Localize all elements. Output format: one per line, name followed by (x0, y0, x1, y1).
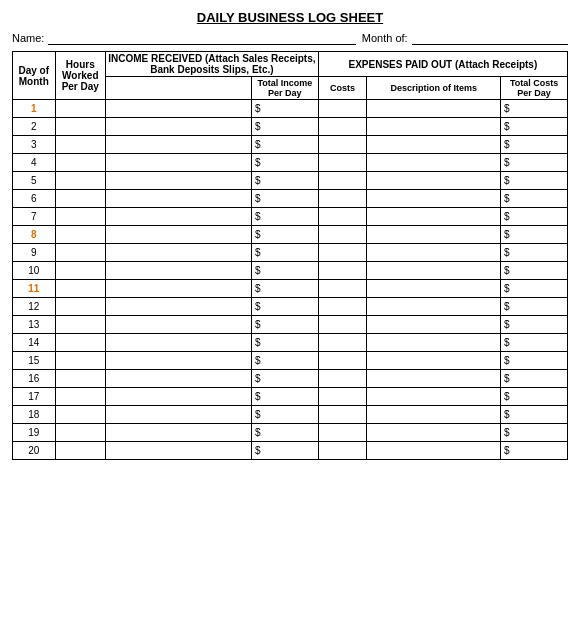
costs-cell (318, 262, 367, 280)
table-row: 16 $ $ (13, 370, 568, 388)
costs-cell (318, 370, 367, 388)
total-costs-cell: $ (501, 298, 568, 316)
hours-cell (55, 280, 105, 298)
day-cell: 20 (13, 442, 56, 460)
costs-cell (318, 388, 367, 406)
hours-cell (55, 190, 105, 208)
table-row: 19 $ $ (13, 424, 568, 442)
hours-cell (55, 136, 105, 154)
income-cell (106, 190, 252, 208)
description-cell (367, 154, 501, 172)
table-row: 12 $ $ (13, 298, 568, 316)
costs-cell (318, 334, 367, 352)
total-costs-cell: $ (501, 442, 568, 460)
income-cell (106, 136, 252, 154)
description-cell (367, 370, 501, 388)
day-cell: 17 (13, 388, 56, 406)
income-cell (106, 226, 252, 244)
col-header-day: Day of Month (13, 52, 56, 100)
total-income-cell: $ (251, 334, 318, 352)
total-income-cell: $ (251, 442, 318, 460)
income-cell (106, 352, 252, 370)
col-subheader-costs: Costs (318, 77, 367, 100)
hours-cell (55, 100, 105, 118)
day-cell: 9 (13, 244, 56, 262)
day-cell: 10 (13, 262, 56, 280)
costs-cell (318, 100, 367, 118)
description-cell (367, 406, 501, 424)
hours-cell (55, 370, 105, 388)
total-income-cell: $ (251, 154, 318, 172)
total-income-cell: $ (251, 244, 318, 262)
table-row: 20 $ $ (13, 442, 568, 460)
table-row: 1 $ $ (13, 100, 568, 118)
hours-cell (55, 352, 105, 370)
table-row: 6 $ $ (13, 190, 568, 208)
day-cell: 7 (13, 208, 56, 226)
description-cell (367, 316, 501, 334)
total-income-cell: $ (251, 406, 318, 424)
hours-cell (55, 316, 105, 334)
description-cell (367, 442, 501, 460)
col-subheader-total-costs: Total Costs Per Day (501, 77, 568, 100)
income-cell (106, 262, 252, 280)
costs-cell (318, 136, 367, 154)
total-costs-cell: $ (501, 190, 568, 208)
day-cell: 19 (13, 424, 56, 442)
day-cell: 4 (13, 154, 56, 172)
page-title: DAILY BUSINESS LOG SHEET (12, 10, 568, 25)
table-row: 9 $ $ (13, 244, 568, 262)
total-income-cell: $ (251, 190, 318, 208)
total-costs-cell: $ (501, 226, 568, 244)
table-row: 7 $ $ (13, 208, 568, 226)
month-input-line (412, 31, 568, 45)
description-cell (367, 118, 501, 136)
description-cell (367, 262, 501, 280)
costs-cell (318, 172, 367, 190)
total-costs-cell: $ (501, 244, 568, 262)
description-cell (367, 334, 501, 352)
day-cell: 12 (13, 298, 56, 316)
income-cell (106, 424, 252, 442)
day-cell: 15 (13, 352, 56, 370)
income-cell (106, 280, 252, 298)
total-income-cell: $ (251, 352, 318, 370)
day-cell: 13 (13, 316, 56, 334)
day-cell: 18 (13, 406, 56, 424)
total-costs-cell: $ (501, 388, 568, 406)
hours-cell (55, 298, 105, 316)
table-row: 15 $ $ (13, 352, 568, 370)
total-costs-cell: $ (501, 424, 568, 442)
income-cell (106, 154, 252, 172)
total-income-cell: $ (251, 136, 318, 154)
hours-cell (55, 154, 105, 172)
name-label: Name: (12, 32, 44, 44)
col-subheader-description: Description of Items (367, 77, 501, 100)
description-cell (367, 100, 501, 118)
day-cell: 5 (13, 172, 56, 190)
costs-cell (318, 190, 367, 208)
table-row: 11 $ $ (13, 280, 568, 298)
total-income-cell: $ (251, 316, 318, 334)
day-cell: 1 (13, 100, 56, 118)
description-cell (367, 208, 501, 226)
total-costs-cell: $ (501, 136, 568, 154)
costs-cell (318, 154, 367, 172)
total-income-cell: $ (251, 280, 318, 298)
total-income-cell: $ (251, 172, 318, 190)
income-cell (106, 316, 252, 334)
hours-cell (55, 406, 105, 424)
description-cell (367, 172, 501, 190)
income-cell (106, 208, 252, 226)
total-income-cell: $ (251, 226, 318, 244)
costs-cell (318, 208, 367, 226)
hours-cell (55, 334, 105, 352)
total-costs-cell: $ (501, 334, 568, 352)
day-cell: 6 (13, 190, 56, 208)
description-cell (367, 388, 501, 406)
table-row: 3 $ $ (13, 136, 568, 154)
hours-cell (55, 424, 105, 442)
total-income-cell: $ (251, 388, 318, 406)
day-cell: 2 (13, 118, 56, 136)
table-row: 4 $ $ (13, 154, 568, 172)
